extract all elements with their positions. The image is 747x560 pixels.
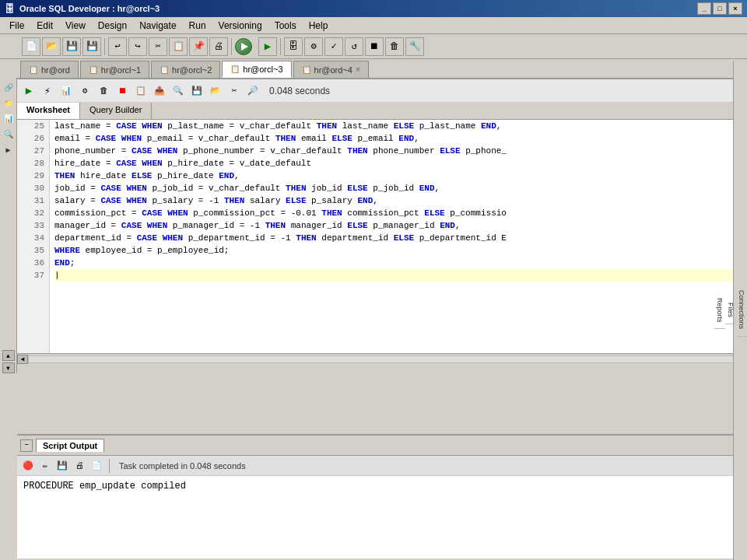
- menu-help[interactable]: Help: [303, 19, 335, 33]
- out-filter[interactable]: 📄: [89, 458, 104, 474]
- output-status: Task completed in 0.048 seconds: [119, 461, 246, 471]
- menu-edit[interactable]: Edit: [30, 19, 59, 33]
- horizontal-scrollbar[interactable]: ◀ ▶: [17, 353, 747, 364]
- sidebar-expand[interactable]: ▶: [2, 143, 16, 157]
- ws-save[interactable]: 💾: [188, 82, 205, 100]
- ws-cancel[interactable]: ⏹: [114, 82, 131, 100]
- tab-hr-ord[interactable]: 📋 hr@ord: [20, 61, 79, 78]
- sub-tab-query-builder[interactable]: Query Builder: [80, 103, 152, 119]
- line-numbers: 25 26 27 28 29 30 31 32 33 34 35 36 37: [17, 120, 50, 353]
- ws-dbms-output[interactable]: 📤: [151, 82, 168, 100]
- menu-tools[interactable]: Tools: [268, 19, 303, 33]
- line-35: 35: [17, 244, 49, 257]
- output-text: PROCEDURE emp_update compiled: [23, 481, 186, 492]
- scroll-down-arrow[interactable]: ▼: [2, 362, 15, 373]
- toolbar-commit[interactable]: ✓: [324, 37, 343, 56]
- minimize-button[interactable]: _: [697, 2, 711, 15]
- out-print[interactable]: 🖨: [72, 458, 87, 474]
- sub-tabs: Worksheet Query Builder: [17, 103, 747, 120]
- line-37: 37: [17, 269, 49, 282]
- script-output-tab-label[interactable]: Script Output: [36, 439, 104, 452]
- run-button[interactable]: [235, 38, 252, 55]
- tab-icon-2: 📋: [89, 65, 98, 74]
- scroll-left[interactable]: ◀: [17, 355, 28, 364]
- toolbar-step[interactable]: ▶: [258, 37, 277, 56]
- so-collapse-icon[interactable]: −: [20, 439, 33, 452]
- tab-hr-orcl3[interactable]: 📋 hr@orcl~3: [222, 61, 291, 78]
- cursor: [54, 271, 60, 280]
- menu-navigate[interactable]: Navigate: [133, 19, 182, 33]
- toolbar-copy[interactable]: 📋: [169, 37, 188, 56]
- toolbar-db[interactable]: 🗄: [284, 37, 303, 56]
- tab-close-5[interactable]: ×: [356, 65, 360, 74]
- rsidebar-files[interactable]: Files: [725, 296, 736, 324]
- tab-hr-orcl2[interactable]: 📋 hr@orcl~2: [151, 61, 220, 78]
- code-area[interactable]: last_name = CASE WHEN p_last_name = v_ch…: [51, 120, 747, 353]
- run-triangle-icon: [241, 43, 248, 51]
- ws-owa[interactable]: 🔍: [170, 82, 187, 100]
- tab-hr-ord4[interactable]: 📋 hr@ord~4 ×: [293, 61, 369, 78]
- sidebar-connections[interactable]: 🔗: [2, 81, 16, 95]
- tab-icon-1: 📋: [29, 65, 38, 74]
- code-line-37: [54, 269, 744, 282]
- ws-history[interactable]: 📋: [132, 82, 149, 100]
- toolbar-more[interactable]: ⚙: [304, 37, 323, 56]
- toolbar-cut[interactable]: ✂: [149, 37, 167, 56]
- sidebar-reports[interactable]: 📊: [2, 112, 16, 126]
- maximize-button[interactable]: □: [713, 2, 727, 15]
- toolbar-paste[interactable]: 📌: [189, 37, 208, 56]
- editor-wrapper: 25 26 27 28 29 30 31 32 33 34 35 36 37 l…: [17, 120, 747, 434]
- code-line-26: email = CASE WHEN p_email = v_char_defau…: [54, 132, 744, 145]
- code-line-28: hire_date = CASE WHEN p_hire_date = v_da…: [54, 157, 744, 170]
- toolbar-new[interactable]: 📄: [22, 37, 40, 56]
- ws-run-script[interactable]: ⚡: [39, 82, 56, 100]
- out-save[interactable]: ✏: [37, 458, 53, 474]
- rsidebar-connections[interactable]: Connections: [736, 284, 747, 336]
- out-export[interactable]: 💾: [54, 458, 70, 474]
- code-line-35: WHERE employee_id = p_employee_id;: [54, 244, 744, 257]
- toolbar-format[interactable]: 🔧: [405, 37, 424, 56]
- menu-design[interactable]: Design: [92, 19, 133, 33]
- toolbar-save-all[interactable]: 💾: [82, 37, 101, 56]
- code-line-33: manager_id = CASE WHEN p_manager_id = -1…: [54, 219, 744, 232]
- sidebar-files[interactable]: 📁: [2, 96, 16, 110]
- tab-icon-3: 📋: [160, 65, 169, 74]
- ws-open[interactable]: 📂: [207, 82, 224, 100]
- title-bar: 🗄 Oracle SQL Developer : hr@orcl~3 _ □ ×: [0, 0, 747, 17]
- right-sidebar: Connections Files Reports: [733, 61, 747, 560]
- menu-versioning[interactable]: Versioning: [212, 19, 268, 33]
- scroll-track[interactable]: [28, 355, 736, 363]
- toolbar-rollback[interactable]: ↺: [345, 37, 363, 56]
- tab-hr-orcl1[interactable]: 📋 hr@orcl~1: [80, 61, 149, 78]
- toolbar-clear[interactable]: 🗑: [385, 37, 404, 56]
- ws-run[interactable]: ▶: [20, 82, 37, 100]
- toolbar-forward[interactable]: ↪: [128, 37, 147, 56]
- ws-format[interactable]: ✂: [226, 82, 243, 100]
- menu-file[interactable]: File: [3, 19, 30, 33]
- ws-find[interactable]: 🔎: [244, 82, 261, 100]
- rsidebar-reports[interactable]: Reports: [714, 292, 725, 330]
- ws-clear[interactable]: 🗑: [95, 82, 112, 100]
- toolbar-cancel[interactable]: ⏹: [365, 37, 384, 56]
- toolbar-save[interactable]: 💾: [62, 37, 81, 56]
- menu-run[interactable]: Run: [183, 19, 212, 33]
- ws-explain[interactable]: 📊: [58, 82, 75, 100]
- editor-container[interactable]: 25 26 27 28 29 30 31 32 33 34 35 36 37 l…: [17, 120, 747, 353]
- sidebar-search[interactable]: 🔍: [2, 128, 16, 142]
- line-26: 26: [17, 132, 49, 145]
- line-36: 36: [17, 257, 49, 269]
- close-button[interactable]: ×: [728, 2, 742, 15]
- tab-icon-4: 📋: [230, 65, 240, 73]
- output-content: PROCEDURE emp_update compiled: [17, 476, 747, 558]
- scroll-up-arrow[interactable]: ▲: [2, 350, 15, 361]
- script-output-tab-bar: − Script Output: [17, 436, 747, 456]
- ws-autotrace[interactable]: ⚙: [76, 82, 93, 100]
- toolbar-open[interactable]: 📂: [42, 37, 61, 56]
- toolbar-print[interactable]: 🖨: [209, 37, 228, 56]
- out-clear[interactable]: 🔴: [20, 458, 36, 474]
- menu-view[interactable]: View: [59, 19, 92, 33]
- code-line-30: job_id = CASE WHEN p_job_id = v_char_def…: [54, 182, 744, 194]
- toolbar-back[interactable]: ↩: [108, 37, 127, 56]
- sub-tab-worksheet[interactable]: Worksheet: [17, 103, 80, 119]
- line-29: 29: [17, 170, 49, 182]
